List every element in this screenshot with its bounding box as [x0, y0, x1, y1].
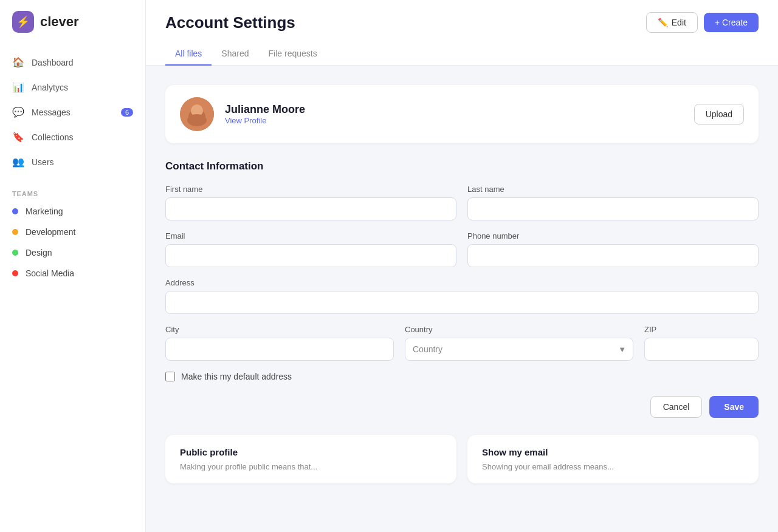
country-select-wrapper: Country United States United Kingdom Can…	[405, 338, 633, 361]
city-group: City	[165, 325, 394, 361]
logo-icon: ⚡	[12, 11, 34, 33]
teams-list: Marketing Development Design Social Medi…	[0, 201, 145, 284]
first-name-label: First name	[165, 185, 456, 194]
email-input[interactable]	[165, 244, 456, 267]
team-item-social-media[interactable]: Social Media	[0, 263, 145, 284]
users-icon: 👥	[12, 156, 24, 168]
address-group: Address	[165, 278, 759, 314]
show-email-title: Show my email	[482, 447, 744, 457]
default-address-checkbox[interactable]	[165, 372, 175, 381]
default-address-label: Make this my default address	[181, 372, 292, 381]
logo-text: clever	[40, 14, 79, 30]
sidebar-nav: 🏠 Dashboard 📊 Analytycs 💬 Messages 6 🔖 C…	[0, 44, 145, 180]
zip-label: ZIP	[644, 325, 759, 334]
team-label: Marketing	[26, 206, 63, 216]
messages-badge: 6	[121, 108, 133, 117]
sidebar-item-label: Dashboard	[32, 58, 74, 67]
first-name-input[interactable]	[165, 197, 456, 220]
tab-file-requests[interactable]: File requests	[259, 43, 327, 66]
avatar	[180, 97, 214, 131]
public-profile-card: Public profile Making your profile publi…	[165, 435, 456, 483]
public-profile-title: Public profile	[180, 447, 442, 457]
collections-icon: 🔖	[12, 131, 24, 143]
last-name-input[interactable]	[467, 197, 759, 220]
sidebar-item-dashboard[interactable]: 🏠 Dashboard	[0, 50, 145, 75]
tab-shared[interactable]: Shared	[212, 43, 258, 66]
show-email-desc: Showing your email address means...	[482, 462, 744, 471]
phone-label: Phone number	[467, 231, 759, 240]
profile-name: Julianne Moore	[225, 103, 683, 116]
sidebar-item-messages[interactable]: 💬 Messages 6	[0, 100, 145, 124]
dashboard-icon: 🏠	[12, 56, 24, 68]
profile-info: Julianne Moore View Profile	[225, 103, 683, 125]
create-button[interactable]: + Create	[704, 13, 759, 32]
tab-all-files[interactable]: All files	[165, 43, 212, 66]
city-input[interactable]	[165, 338, 394, 361]
team-label: Development	[26, 227, 76, 237]
save-button[interactable]: Save	[709, 396, 759, 418]
country-label: Country	[405, 325, 633, 334]
svg-point-3	[187, 114, 207, 126]
city-country-zip-row: City Country Country United States Unite…	[165, 325, 759, 361]
sidebar-item-label: Collections	[32, 132, 73, 142]
edit-button[interactable]: ✏️ Edit	[646, 12, 698, 33]
phone-input[interactable]	[467, 244, 759, 267]
team-item-marketing[interactable]: Marketing	[0, 201, 145, 222]
header-top: Account Settings ✏️ Edit + Create	[165, 12, 759, 43]
bottom-cards: Public profile Making your profile publi…	[165, 435, 759, 483]
edit-icon: ✏️	[658, 18, 668, 27]
public-profile-desc: Making your profile public means that...	[180, 462, 442, 471]
team-dot-development	[12, 229, 18, 235]
city-label: City	[165, 325, 394, 334]
zip-input[interactable]	[644, 338, 759, 361]
contact-row: Email Phone number	[165, 231, 759, 267]
country-select[interactable]: Country United States United Kingdom Can…	[405, 338, 633, 361]
tabs: All files Shared File requests	[165, 43, 759, 65]
page-title: Account Settings	[165, 13, 295, 32]
team-item-development[interactable]: Development	[0, 222, 145, 242]
show-email-card: Show my email Showing your email address…	[467, 435, 759, 483]
content-area: Julianne Moore View Profile Upload Conta…	[146, 66, 778, 532]
sidebar-item-label: Messages	[32, 107, 71, 117]
address-label: Address	[165, 278, 759, 287]
team-dot-marketing	[12, 208, 18, 214]
phone-group: Phone number	[467, 231, 759, 267]
last-name-group: Last name	[467, 185, 759, 220]
address-input[interactable]	[165, 291, 759, 314]
sidebar-item-collections[interactable]: 🔖 Collections	[0, 124, 145, 149]
first-name-group: First name	[165, 185, 456, 220]
last-name-label: Last name	[467, 185, 759, 194]
team-dot-design	[12, 250, 18, 256]
sidebar: ⚡ clever 🏠 Dashboard 📊 Analytycs 💬 Messa…	[0, 0, 146, 532]
messages-icon: 💬	[12, 106, 24, 118]
analytics-icon: 📊	[12, 81, 24, 93]
teams-section-label: TEAMS	[0, 180, 145, 201]
name-row: First name Last name	[165, 185, 759, 220]
cancel-button[interactable]: Cancel	[650, 396, 703, 418]
logo[interactable]: ⚡ clever	[0, 0, 145, 44]
team-label: Design	[26, 248, 52, 257]
sidebar-item-label: Analytycs	[32, 83, 68, 92]
header-actions: ✏️ Edit + Create	[646, 12, 759, 33]
country-group: Country Country United States United Kin…	[405, 325, 633, 361]
section-title: Contact Information	[165, 160, 759, 172]
team-label: Social Media	[26, 268, 74, 278]
team-dot-social-media	[12, 270, 18, 276]
main-header: Account Settings ✏️ Edit + Create All fi…	[146, 0, 778, 66]
zip-group: ZIP	[644, 325, 759, 361]
email-group: Email	[165, 231, 456, 267]
email-label: Email	[165, 231, 456, 240]
profile-card: Julianne Moore View Profile Upload	[165, 85, 759, 143]
default-address-row: Make this my default address	[165, 372, 759, 381]
form-actions: Cancel Save	[165, 396, 759, 418]
sidebar-item-label: Users	[32, 157, 54, 167]
sidebar-item-users[interactable]: 👥 Users	[0, 149, 145, 174]
upload-button[interactable]: Upload	[694, 104, 744, 124]
contact-form: Contact Information First name Last name…	[165, 160, 759, 418]
team-item-design[interactable]: Design	[0, 242, 145, 263]
sidebar-item-analytics[interactable]: 📊 Analytycs	[0, 75, 145, 100]
main-content: Account Settings ✏️ Edit + Create All fi…	[146, 0, 778, 532]
view-profile-link[interactable]: View Profile	[225, 116, 683, 125]
